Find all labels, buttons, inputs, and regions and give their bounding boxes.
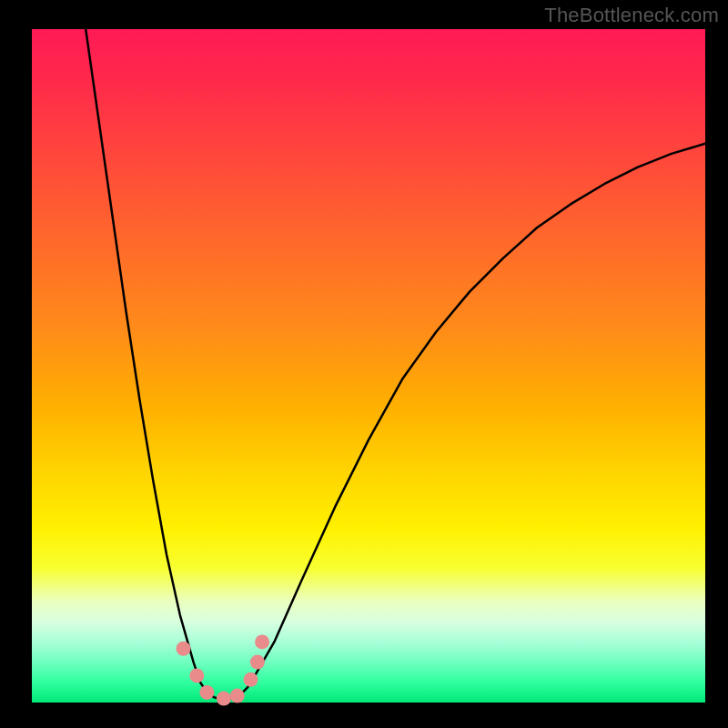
valley-marker	[244, 672, 258, 687]
valley-marker	[230, 689, 245, 703]
valley-marker	[255, 634, 269, 649]
bottleneck-curve	[86, 29, 705, 699]
curve-layer	[0, 0, 728, 728]
valley-marker	[189, 668, 204, 682]
valley-marker	[199, 685, 214, 700]
valley-marker	[217, 692, 231, 706]
valley-marker	[250, 655, 265, 670]
valley-marker	[177, 642, 191, 656]
chart-frame: TheBottleneck.com	[0, 0, 728, 728]
